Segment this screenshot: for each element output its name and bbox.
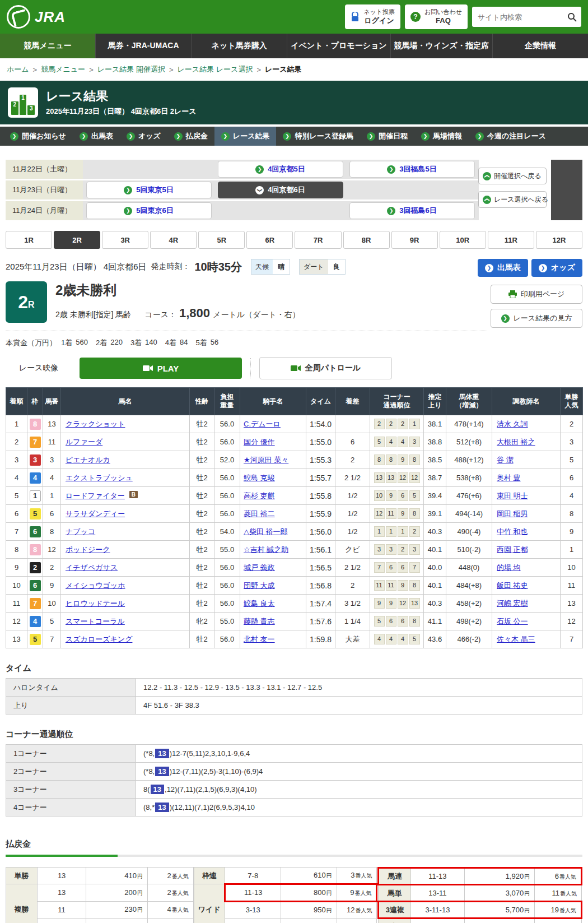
trainer-link[interactable]: 的場 均 bbox=[497, 563, 521, 572]
horse-name-link[interactable]: ルファーダ bbox=[66, 438, 102, 446]
race-tab[interactable]: 12R bbox=[536, 231, 582, 249]
race-tab[interactable]: 10R bbox=[440, 231, 486, 249]
jockey-link[interactable]: C.デムーロ bbox=[244, 420, 281, 428]
rank-cell: 1 bbox=[6, 415, 27, 433]
race-tab[interactable]: 6R bbox=[246, 231, 293, 249]
venue-button[interactable]: ❯5回東京6日 bbox=[86, 202, 212, 219]
jockey-link[interactable]: 高杉 吏麒 bbox=[244, 491, 275, 500]
venue-slots: ❯4回京都5日❯3回福島5日 bbox=[83, 160, 479, 179]
trainer-link[interactable]: 西園 正都 bbox=[497, 545, 528, 554]
jockey-link[interactable]: 国分 優作 bbox=[244, 438, 275, 446]
horse-name-link[interactable]: ヒロウッドテール bbox=[66, 599, 125, 607]
odds-button[interactable]: ❯ オッズ bbox=[531, 259, 582, 277]
nav-item[interactable]: 競馬メニュー bbox=[0, 34, 95, 58]
horse-name-link[interactable]: ポッドジーク bbox=[66, 545, 110, 554]
search-icon[interactable] bbox=[567, 12, 577, 22]
frame-cell: 7 bbox=[27, 595, 43, 613]
login-line1: ネット投票 bbox=[363, 8, 395, 16]
trainer-link[interactable]: 河嶋 宏樹 bbox=[497, 599, 528, 607]
nav-item[interactable]: 競馬場・ウインズ・指定席 bbox=[390, 34, 492, 58]
nav-item[interactable]: イベント・プロモーション bbox=[287, 34, 390, 58]
race-tab[interactable]: 1R bbox=[6, 231, 52, 249]
result-guide-button[interactable]: ❯ レース結果の見方 bbox=[491, 309, 582, 328]
horse-name-link[interactable]: ナブッコ bbox=[66, 527, 95, 536]
jockey-link[interactable]: 鮫島 克駿 bbox=[244, 474, 275, 482]
sub-nav-item[interactable]: ❯特別レース登録馬 bbox=[276, 127, 360, 146]
venue-button[interactable]: ❯3回福島5日 bbox=[349, 161, 475, 178]
race-tab[interactable]: 8R bbox=[343, 231, 390, 249]
horse-name-link[interactable]: ロードファイター bbox=[66, 491, 125, 500]
trainer-link[interactable]: 東田 明士 bbox=[497, 491, 528, 500]
breadcrumb-link[interactable]: レース結果 レース選択 bbox=[178, 64, 253, 75]
horse-name-link[interactable]: ピエナオルカ bbox=[66, 456, 110, 464]
race-tab[interactable]: 7R bbox=[295, 231, 341, 249]
horse-name-link[interactable]: エクストラブッシュ bbox=[66, 474, 133, 482]
race-tab[interactable]: 5R bbox=[198, 231, 245, 249]
breadcrumb-link[interactable]: レース結果 開催選択 bbox=[97, 64, 165, 75]
entries-button[interactable]: ❯ 出馬表 bbox=[478, 259, 528, 277]
rank-cell: 11 bbox=[6, 595, 27, 613]
corner-position: 1 bbox=[386, 526, 396, 537]
horse-name-link[interactable]: スマートコーラル bbox=[66, 617, 125, 625]
horse-name-link[interactable]: スズカローズキング bbox=[66, 635, 132, 643]
race-tab[interactable]: 4R bbox=[150, 231, 197, 249]
jockey-link[interactable]: 北村 友一 bbox=[244, 635, 275, 643]
trainer-link[interactable]: 石坂 公一 bbox=[497, 617, 528, 625]
trainer-link[interactable]: 奥村 豊 bbox=[497, 474, 521, 482]
trainer-link[interactable]: 谷 潔 bbox=[497, 456, 514, 464]
sub-nav-item[interactable]: ❯今週の注目レース bbox=[469, 127, 553, 146]
race-tab[interactable]: 11R bbox=[488, 231, 534, 249]
net-voting-login-button[interactable]: ネット投票 ログイン bbox=[345, 4, 400, 29]
back-to-race-select-button[interactable]: ❯レース選択へ戻る bbox=[478, 191, 547, 208]
trainer-link[interactable]: 大根田 裕之 bbox=[497, 438, 535, 446]
jra-logo[interactable]: JRA bbox=[7, 5, 66, 29]
jockey-link[interactable]: 藤懸 貴志 bbox=[244, 617, 275, 625]
payout-number: 3-11 bbox=[225, 918, 281, 923]
nav-item[interactable]: 馬券・JRA-UMACA bbox=[95, 34, 191, 58]
sub-nav-item[interactable]: ❯開催お知らせ bbox=[3, 127, 73, 146]
breadcrumb-link[interactable]: 競馬メニュー bbox=[41, 64, 85, 75]
horse-name-link[interactable]: イチザペガサス bbox=[66, 563, 118, 572]
patrol-video-button[interactable]: 全周パトロール bbox=[259, 357, 392, 379]
jockey-link[interactable]: 菱田 裕二 bbox=[244, 509, 275, 518]
sub-nav-item[interactable]: ❯レース結果 bbox=[214, 127, 277, 146]
sub-nav-item[interactable]: ❯開催日程 bbox=[360, 127, 414, 146]
sub-nav-item[interactable]: ❯払戻金 bbox=[167, 127, 214, 146]
horse-name-link[interactable]: メイショウゴッホ bbox=[66, 581, 125, 590]
jockey-link[interactable]: 城戸 義政 bbox=[244, 563, 275, 572]
jockey-link[interactable]: ☆吉村 誠之助 bbox=[244, 545, 288, 554]
venue-button[interactable]: ❯4回京都5日 bbox=[218, 161, 343, 178]
sub-nav-item[interactable]: ❯オッズ bbox=[120, 127, 167, 146]
race-tab[interactable]: 9R bbox=[391, 231, 438, 249]
blinker-badge: B bbox=[129, 491, 138, 498]
back-to-meeting-button[interactable]: ❯開催選択へ戻る bbox=[478, 168, 547, 184]
nav-item[interactable]: ネット馬券購入 bbox=[191, 34, 287, 58]
trainer-link[interactable]: 中竹 和也 bbox=[497, 527, 528, 536]
venue-button[interactable]: ❯3回福島6日 bbox=[349, 202, 475, 219]
jockey-link[interactable]: ★河原田 菜々 bbox=[244, 456, 288, 464]
trainer-link[interactable]: 清水 久詞 bbox=[497, 420, 528, 428]
sub-nav-item[interactable]: ❯出馬表 bbox=[73, 127, 120, 146]
venue-button[interactable]: ❯4回京都6日 bbox=[218, 182, 343, 198]
horse-name-link[interactable]: サラサダンディー bbox=[66, 509, 125, 518]
venue-button[interactable]: ❯5回東京5日 bbox=[86, 182, 212, 198]
sub-nav-item[interactable]: ❯馬場情報 bbox=[414, 127, 469, 146]
horse-name-link[interactable]: クラックショット bbox=[66, 420, 125, 428]
print-page-button[interactable]: 印刷用ページ bbox=[491, 285, 582, 304]
race-tab[interactable]: 2R bbox=[54, 231, 100, 249]
trainer-link[interactable]: 佐々木 晶三 bbox=[497, 635, 535, 643]
nav-item[interactable]: 企業情報 bbox=[492, 34, 588, 58]
payout-amount: 1,090円 bbox=[281, 918, 337, 923]
trainer-link[interactable]: 飯田 祐史 bbox=[497, 581, 528, 590]
faq-button[interactable]: ? お問い合わせ FAQ bbox=[405, 4, 468, 29]
payout-number: 13-11-3 bbox=[411, 919, 465, 923]
play-video-button[interactable]: PLAY bbox=[80, 358, 242, 379]
jockey-link[interactable]: 鮫島 良太 bbox=[244, 599, 275, 607]
trainer-link[interactable]: 岡田 稲男 bbox=[497, 509, 528, 518]
amount-value: 3,070 bbox=[506, 889, 524, 897]
breadcrumb-link[interactable]: ホーム bbox=[7, 64, 29, 75]
race-tab[interactable]: 3R bbox=[102, 231, 148, 249]
jockey-link[interactable]: 団野 大成 bbox=[244, 581, 275, 590]
search-input[interactable] bbox=[477, 12, 567, 22]
jockey-link[interactable]: △柴田 裕一郎 bbox=[244, 527, 288, 536]
